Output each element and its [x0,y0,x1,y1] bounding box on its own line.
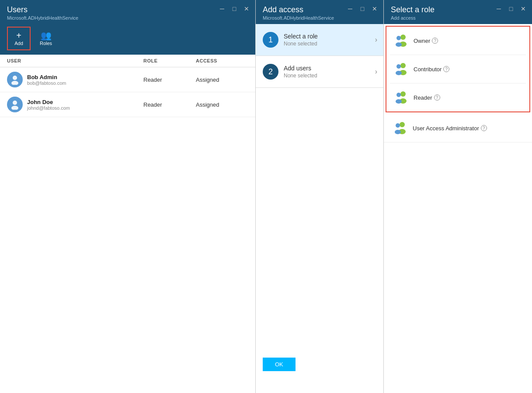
user-email-1: bob@fabtoso.com [27,80,66,86]
user-details-2: John Doe johnd@fabtoso.com [27,99,70,111]
step-2-item[interactable]: 2 Add users None selected › [256,56,383,88]
svg-point-19 [395,130,401,134]
step-2-subtitle: None selected [284,73,317,79]
users-subtitle: Microsoft.ADHybridHealthService [7,15,248,21]
avatar-1 [7,72,23,87]
svg-point-6 [396,36,401,40]
contributor-role-name: Contributor [414,66,442,73]
step-1-arrow: › [375,36,377,44]
user-access-1: Assigned [196,77,248,83]
select-role-minimize-button[interactable]: ─ [494,4,503,13]
add-access-maximize-button[interactable]: □ [358,4,367,13]
users-window-controls: ─ □ ✕ [218,4,251,13]
user-role-2: Reader [143,101,196,108]
users-close-button[interactable]: ✕ [242,4,251,13]
step-1-title: Select a role [284,33,318,40]
ok-button[interactable]: OK [263,358,296,371]
user-access-admin-info-icon[interactable]: ? [481,125,487,131]
role-item-user-access-admin[interactable]: User Access Administrator ? [384,114,532,143]
reader-info-icon[interactable]: ? [434,94,440,101]
step-2-content: Add users None selected [284,65,317,79]
users-title-area: Users Microsoft.ADHybridHealthService [0,0,255,24]
owner-role-icon [393,33,408,49]
contributor-info-icon[interactable]: ? [443,66,449,72]
user-email-2: johnd@fabtoso.com [27,105,70,111]
users-toolbar: + Add 👥 Roles [0,24,255,55]
add-access-close-button[interactable]: ✕ [370,4,379,13]
add-button[interactable]: + Add [7,27,31,50]
svg-point-15 [396,99,402,104]
step-1-subtitle: None selected [284,41,318,47]
svg-point-4 [400,35,406,40]
step-2-number: 2 [263,64,278,80]
table-header: USER ROLE ACCESS [0,55,255,67]
role-item-contributor[interactable]: Contributor ? [386,55,529,83]
add-icon: + [16,31,21,40]
user-access-2: Assigned [196,101,248,108]
role-item-reader[interactable]: Reader ? [386,83,529,111]
step-2-title: Add users [284,65,317,72]
reader-role-icon [393,90,408,105]
svg-point-11 [396,71,402,75]
table-row: Bob Admin bob@fabtoso.com Reader Assigne… [0,67,255,92]
role-list: Owner ? Contributor ? [384,24,532,209]
step-1-content: Select a role None selected [284,33,318,47]
select-role-spacer [384,209,532,393]
avatar-2 [7,97,23,112]
users-spacer [0,117,255,393]
user-details-1: Bob Admin bob@fabtoso.com [27,74,66,86]
svg-point-3 [11,106,18,110]
svg-point-8 [400,63,406,68]
svg-point-14 [396,93,401,97]
user-name-1: Bob Admin [27,74,66,80]
user-info-2: John Doe johnd@fabtoso.com [7,97,143,112]
step-2-arrow: › [375,68,377,76]
svg-point-18 [396,123,400,128]
add-label: Add [14,41,23,46]
user-info-1: Bob Admin bob@fabtoso.com [7,72,143,87]
user-access-admin-role-icon [392,120,407,136]
select-role-subtitle: Add access [391,15,525,21]
select-role-window-controls: ─ □ ✕ [494,4,528,13]
user-access-admin-role-name: User Access Administrator [413,125,479,132]
select-role-header: Select a role Add access ─ □ ✕ [384,0,532,24]
svg-point-16 [400,122,405,127]
users-maximize-button[interactable]: □ [230,4,239,13]
users-header: Users Microsoft.ADHybridHealthService ─ … [0,0,255,55]
select-role-panel: Select a role Add access ─ □ ✕ [384,0,532,393]
owner-info-icon[interactable]: ? [432,38,438,44]
roles-icon: 👥 [41,31,52,40]
add-access-minimize-button[interactable]: ─ [346,4,355,13]
role-highlight-box: Owner ? Contributor ? [386,26,530,112]
user-role-1: Reader [143,77,196,83]
add-access-spacer [256,88,383,393]
role-item-owner[interactable]: Owner ? [386,27,529,55]
roles-label: Roles [40,41,52,46]
reader-role-name: Reader [414,94,432,101]
step-1-item[interactable]: 1 Select a role None selected › [256,24,383,56]
col-role: ROLE [143,58,196,63]
users-minimize-button[interactable]: ─ [218,4,226,13]
select-role-close-button[interactable]: ✕ [519,4,528,13]
add-access-panel: Add access Microsoft.ADHybridHealthServi… [256,0,384,393]
add-access-subtitle: Microsoft.ADHybridHealthService [263,15,376,21]
svg-point-12 [400,91,406,97]
svg-point-7 [396,42,402,47]
table-row: John Doe johnd@fabtoso.com Reader Assign… [0,92,255,117]
owner-role-name: Owner [414,38,430,44]
user-name-2: John Doe [27,99,70,105]
users-title: Users [7,5,248,14]
select-role-maximize-button[interactable]: □ [507,4,515,13]
svg-point-2 [13,101,17,105]
col-access: ACCESS [196,58,248,63]
contributor-role-icon [393,61,408,77]
svg-point-1 [11,81,18,85]
users-panel: Users Microsoft.ADHybridHealthService ─ … [0,0,256,393]
ok-button-container: OK [263,358,296,371]
svg-point-0 [13,76,17,80]
step-1-number: 1 [263,32,278,48]
svg-point-10 [396,64,401,69]
add-access-header: Add access Microsoft.ADHybridHealthServi… [256,0,383,24]
add-access-window-controls: ─ □ ✕ [346,4,379,13]
roles-button[interactable]: 👥 Roles [34,27,58,50]
